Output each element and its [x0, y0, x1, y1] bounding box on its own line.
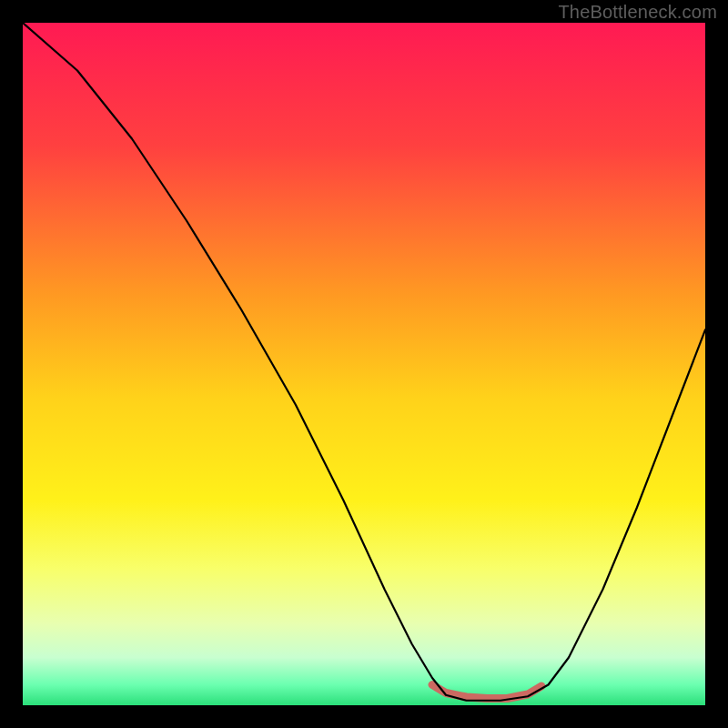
chart-frame: TheBottleneck.com [0, 0, 728, 728]
plot-area [23, 23, 705, 705]
gradient-background [23, 23, 705, 705]
chart-svg [23, 23, 705, 705]
watermark-text: TheBottleneck.com [558, 2, 717, 23]
